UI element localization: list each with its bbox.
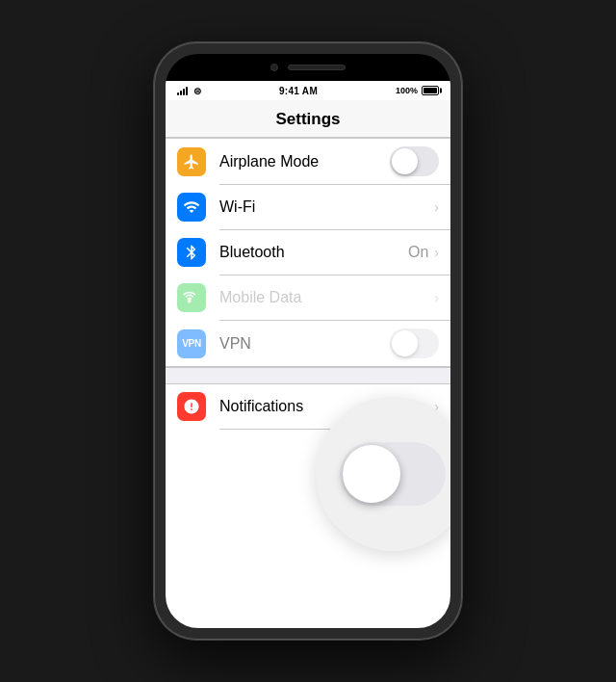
signal-bar-1 — [177, 92, 179, 95]
airplane-mode-icon — [177, 147, 206, 176]
airplane-mode-row[interactable]: Airplane Mode — [166, 139, 450, 184]
wifi-icon — [177, 193, 206, 222]
screen: ⊜ 9:41 AM 100% Settings — [166, 81, 450, 628]
wifi-status-icon: ⊜ — [193, 86, 201, 96]
battery-icon — [422, 86, 439, 95]
signal-bar-4 — [186, 87, 188, 95]
bluetooth-icon — [177, 238, 206, 267]
bluetooth-row[interactable]: Bluetooth On › — [166, 230, 450, 275]
mobile-data-row[interactable]: Mobile Data › — [166, 275, 450, 320]
phone-inner: ⊜ 9:41 AM 100% Settings — [166, 54, 450, 628]
mobile-data-chevron-icon: › — [434, 290, 439, 305]
airplane-mode-label: Airplane Mode — [219, 153, 390, 170]
signal-bar-2 — [180, 91, 182, 95]
notifications-icon — [177, 392, 206, 421]
vpn-label: VPN — [219, 335, 390, 353]
status-bar: ⊜ 9:41 AM 100% — [166, 81, 450, 100]
speaker-grille-icon — [288, 65, 346, 70]
airplane-mode-toggle-thumb — [392, 148, 418, 174]
phone-frame: ⊜ 9:41 AM 100% Settings — [154, 42, 462, 640]
bluetooth-label: Bluetooth — [219, 244, 408, 261]
wifi-row[interactable]: Wi-Fi › — [166, 185, 450, 229]
vpn-toggle[interactable] — [390, 328, 439, 358]
vpn-badge-label: VPN — [177, 336, 206, 351]
mobile-data-icon — [177, 283, 206, 312]
bluetooth-chevron-icon: › — [434, 245, 439, 260]
magnified-toggle-overlay — [316, 397, 450, 551]
signal-bars-icon — [177, 86, 188, 95]
bluetooth-value: On — [408, 244, 428, 261]
section-gap — [166, 367, 450, 384]
signal-bar-3 — [183, 89, 185, 95]
magnified-toggle-thumb — [343, 445, 400, 503]
vpn-icon: VPN — [177, 329, 206, 358]
front-camera-icon — [270, 64, 278, 71]
battery-percent-label: 100% — [396, 86, 418, 95]
airplane-mode-toggle[interactable] — [390, 146, 439, 176]
phone-top-bar — [166, 54, 450, 81]
page-title: Settings — [275, 110, 340, 128]
navigation-bar: Settings — [166, 100, 450, 138]
status-right: 100% — [396, 86, 439, 95]
vpn-toggle-thumb — [392, 330, 418, 356]
status-left: ⊜ — [177, 86, 201, 96]
settings-list: Airplane Mode Wi-Fi › — [166, 138, 450, 430]
mobile-data-label: Mobile Data — [219, 289, 434, 306]
status-time: 9:41 AM — [279, 86, 318, 96]
magnified-toggle — [340, 442, 446, 506]
vpn-row[interactable]: VPN VPN — [166, 321, 450, 366]
wifi-label: Wi-Fi — [219, 198, 434, 216]
wifi-chevron-icon: › — [434, 199, 439, 215]
